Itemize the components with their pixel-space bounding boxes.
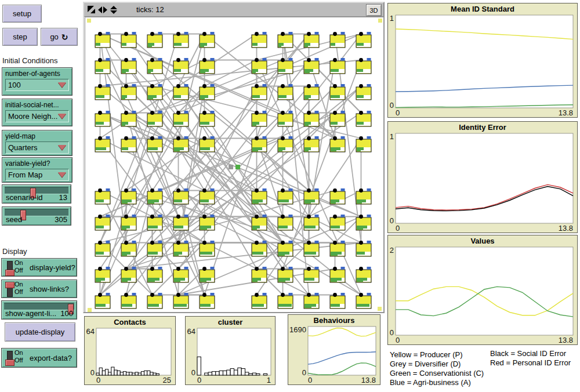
agent-node-dot[interactable]: [359, 136, 363, 140]
chooser-dropdown[interactable]: From Map: [5, 169, 69, 181]
agent-node-dot[interactable]: [202, 293, 206, 297]
agent-node-dot[interactable]: [333, 188, 337, 193]
agent-node-dot[interactable]: [98, 111, 102, 115]
agent-node-dot[interactable]: [176, 267, 180, 271]
agent-node-dot[interactable]: [255, 267, 259, 271]
switch-track[interactable]: [7, 351, 13, 365]
agent-node-dot[interactable]: [176, 32, 180, 36]
agent-node-dot[interactable]: [202, 32, 206, 36]
agent-node-dot[interactable]: [150, 58, 154, 62]
agent-node-dot[interactable]: [359, 267, 363, 271]
chooser-yield-map[interactable]: yield-map Quarters: [2, 130, 72, 156]
agent-node-dot[interactable]: [124, 84, 128, 88]
agent-node-dot[interactable]: [281, 58, 285, 62]
agent-node-dot[interactable]: [202, 111, 206, 115]
chooser-dropdown[interactable]: Quarters: [5, 141, 69, 154]
agent-node-dot[interactable]: [333, 267, 337, 271]
agent-node-dot[interactable]: [98, 188, 102, 193]
agent-node-dot[interactable]: [202, 241, 206, 245]
agent-node-dot[interactable]: [359, 241, 363, 245]
agent-node-dot[interactable]: [255, 241, 259, 245]
agent-node-dot[interactable]: [124, 293, 128, 297]
agent-node-dot[interactable]: [359, 215, 363, 219]
agent-node-dot[interactable]: [150, 215, 154, 219]
agent-node-dot[interactable]: [359, 188, 363, 193]
setup-button[interactable]: setup: [2, 5, 42, 23]
agent-node-dot[interactable]: [333, 58, 337, 62]
agent-node-dot[interactable]: [176, 111, 180, 115]
chooser-dropdown[interactable]: Moore Neigh...: [5, 110, 69, 122]
agent-node-dot[interactable]: [333, 32, 337, 36]
switch-handle[interactable]: [5, 270, 14, 276]
agent-node-dot[interactable]: [281, 84, 285, 88]
agent-node-dot[interactable]: [255, 136, 259, 140]
agent-node-dot[interactable]: [281, 293, 285, 297]
agent-node-dot[interactable]: [255, 111, 259, 115]
chooser-number-of-agents[interactable]: number-of-agents 100: [2, 67, 72, 96]
agent-node-dot[interactable]: [202, 84, 206, 88]
agent-node-dot[interactable]: [150, 293, 154, 297]
agent-node-dot[interactable]: [150, 84, 154, 88]
agent-node-dot[interactable]: [281, 111, 285, 115]
agent-node-dot[interactable]: [307, 241, 311, 245]
slider-scenario-id[interactable]: scenario-id 13: [2, 184, 71, 204]
agent-node-dot[interactable]: [202, 267, 206, 271]
agent-node-dot[interactable]: [359, 58, 363, 62]
agent-node-dot[interactable]: [124, 267, 128, 271]
agent-node-dot[interactable]: [98, 267, 102, 271]
agent-node-dot[interactable]: [176, 293, 180, 297]
agent-node-dot[interactable]: [281, 241, 285, 245]
switch-track[interactable]: [7, 282, 13, 297]
agent-node-dot[interactable]: [124, 32, 128, 36]
switch-export-data[interactable]: On Off export-data?: [1, 348, 77, 368]
agent-node-dot[interactable]: [98, 241, 102, 245]
switch-handle[interactable]: [5, 282, 14, 288]
agent-node-dot[interactable]: [307, 111, 311, 115]
chooser-dropdown[interactable]: 100: [5, 79, 69, 91]
agent-node-dot[interactable]: [255, 188, 259, 193]
agent-node-dot[interactable]: [333, 293, 337, 297]
agent-node-dot[interactable]: [98, 84, 102, 88]
agent-node-dot[interactable]: [307, 136, 311, 140]
agent-node-dot[interactable]: [255, 215, 259, 219]
agent-node-dot[interactable]: [202, 58, 206, 62]
agent-node-dot[interactable]: [202, 188, 206, 193]
agent-node-dot[interactable]: [359, 111, 363, 115]
agent-node-dot[interactable]: [98, 293, 102, 297]
agent-node-dot[interactable]: [333, 111, 337, 115]
agent-node-dot[interactable]: [333, 241, 337, 245]
agent-node-dot[interactable]: [333, 215, 337, 219]
agent-node-dot[interactable]: [124, 58, 128, 62]
slider-show-agent-links[interactable]: show-agent-li... 100: [1, 300, 77, 320]
agent-node-dot[interactable]: [124, 111, 128, 115]
agent-node-dot[interactable]: [124, 188, 128, 193]
agent-node-dot[interactable]: [359, 84, 363, 88]
chooser-initial-social-network[interactable]: initial-social-net... Moore Neigh...: [2, 99, 72, 126]
agent-node-dot[interactable]: [281, 136, 285, 140]
agent-node-dot[interactable]: [150, 241, 154, 245]
step-button[interactable]: step: [2, 28, 38, 46]
agent-node-dot[interactable]: [255, 293, 259, 297]
view-3d-button[interactable]: 3D: [366, 4, 382, 16]
agent-node-dot[interactable]: [150, 111, 154, 115]
agent-node-dot[interactable]: [150, 267, 154, 271]
agent-node-dot[interactable]: [150, 188, 154, 193]
agent-node-dot[interactable]: [176, 84, 180, 88]
agent-node-dot[interactable]: [124, 241, 128, 245]
agent-node-dot[interactable]: [98, 136, 102, 140]
agent-node-dot[interactable]: [281, 32, 285, 36]
agent-node-dot[interactable]: [333, 136, 337, 140]
switch-handle[interactable]: [5, 360, 14, 366]
agent-node-dot[interactable]: [176, 241, 180, 245]
update-display-button[interactable]: update-display: [5, 322, 75, 342]
agent-node-dot[interactable]: [307, 293, 311, 297]
agent-node-dot[interactable]: [255, 84, 259, 88]
agent-node-dot[interactable]: [176, 58, 180, 62]
agent-node-dot[interactable]: [333, 84, 337, 88]
agent-node-dot[interactable]: [98, 215, 102, 219]
agent-node-dot[interactable]: [124, 136, 128, 140]
agent-node-dot[interactable]: [176, 188, 180, 193]
switch-show-links[interactable]: On Off show-links?: [1, 280, 77, 298]
switch-track[interactable]: [7, 261, 13, 275]
agent-node-dot[interactable]: [281, 267, 285, 271]
